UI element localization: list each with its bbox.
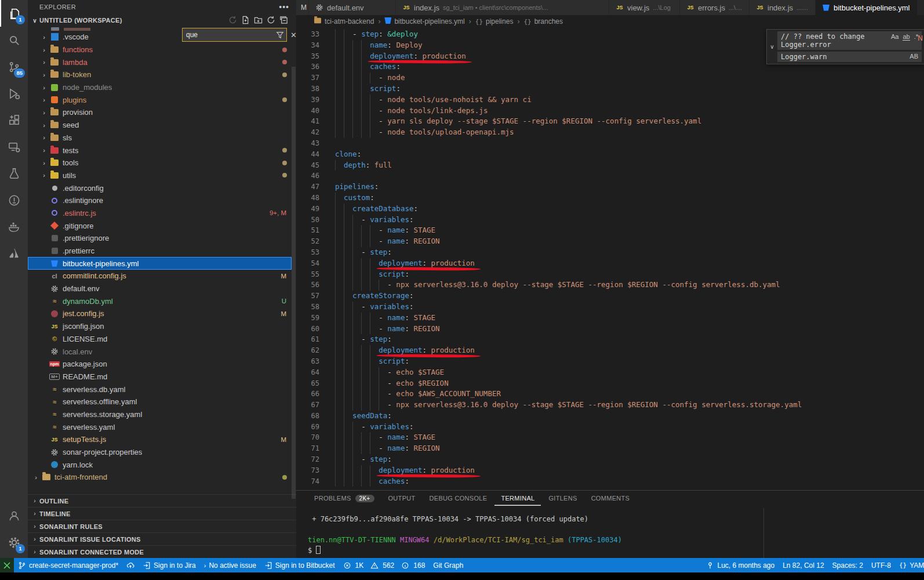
code-area[interactable]: 33 - step: &deploy34 name: Deploy35 depl…: [296, 28, 924, 487]
new-file-icon[interactable]: [241, 16, 250, 26]
tree-item-bitbucket-pipelines-yml[interactable]: bitbucket-pipelines.yml: [28, 257, 292, 270]
tab-index-js[interactable]: JSindex.js...\Admin: [750, 0, 816, 15]
tree-item-package-json[interactable]: npmpackage.json: [28, 358, 292, 371]
tree-item-readme-md[interactable]: M+README.md: [28, 371, 292, 383]
workspace-header[interactable]: ∨ UNTITLED (WORKSPACE): [28, 14, 296, 27]
testing-icon[interactable]: [0, 160, 28, 187]
statusbar-active-issue[interactable]: ›No active issue: [200, 558, 260, 572]
atlassian-icon[interactable]: [0, 240, 28, 267]
sidebar-scrollbar[interactable]: [292, 67, 296, 499]
panel-tab-problems[interactable]: PROBLEMS2K+: [308, 491, 381, 506]
filter-funnel-icon[interactable]: [276, 31, 284, 39]
account-icon[interactable]: [0, 502, 28, 529]
refresh-icon[interactable]: [228, 16, 237, 26]
tree-item-tools[interactable]: ›tools: [28, 157, 292, 169]
panel-tab-output[interactable]: OUTPUT: [382, 491, 422, 506]
tree-item-tests[interactable]: ›tests: [28, 144, 292, 157]
tree-item--prettierrc[interactable]: .prettierrc: [28, 245, 292, 258]
replace-input[interactable]: Logger.warn AB: [777, 52, 922, 62]
tree-item-license-md[interactable]: ©LICENSE.md: [28, 333, 292, 346]
tree-item-lib-token[interactable]: ›lib-token: [28, 68, 292, 81]
gitlens-icon[interactable]: [0, 187, 28, 213]
toggle-replace-chevron-icon[interactable]: ∨: [767, 30, 777, 64]
statusbar-problems[interactable]: 1K562168: [339, 558, 430, 572]
find-input[interactable]: // ?? need to change Aa ab .* Logger.err…: [777, 31, 922, 50]
source-control-icon[interactable]: 85: [0, 53, 28, 80]
docker-icon[interactable]: [0, 213, 28, 240]
tree-item--eslintignore[interactable]: .eslintignore: [28, 194, 292, 207]
explorer-icon[interactable]: 1: [0, 0, 28, 27]
statusbar-git-branch[interactable]: create-secret-manager-prod*: [14, 558, 122, 572]
tab-default-env[interactable]: default.env: [309, 0, 396, 15]
breadcrumb[interactable]: tci-atm-backend›bitbucket-pipelines.yml›…: [296, 15, 924, 28]
tree-item-commitlint-config-js[interactable]: clcommitlint.config.jsM: [28, 270, 292, 282]
collapse-all-icon[interactable]: [279, 16, 288, 26]
extensions-icon[interactable]: [0, 107, 28, 133]
tree-item-dynamodb-yml[interactable]: ≈dynamoDb.ymlU: [28, 295, 292, 307]
tab-view-js[interactable]: JSview.js...\Log: [609, 0, 680, 15]
settings-gear-icon[interactable]: 1: [0, 529, 28, 556]
statusbar-git-graph[interactable]: Git Graph: [429, 558, 467, 572]
statusbar-language-mode[interactable]: {}YAML: [895, 558, 924, 572]
tree-item-seed[interactable]: ›seed: [28, 119, 292, 132]
tree-item-setuptests-js[interactable]: JSsetupTests.jsM: [28, 433, 292, 446]
whole-word-icon[interactable]: ab: [903, 33, 910, 41]
statusbar-blame[interactable]: Luc, 6 months ago: [702, 558, 779, 572]
tree-item-plugins[interactable]: ›plugins: [28, 93, 292, 106]
filter-input[interactable]: [186, 31, 276, 39]
tree-item-default-env[interactable]: default.env: [28, 282, 292, 295]
tree-item--prettierignore[interactable]: .prettierignore: [28, 232, 292, 245]
remote-explorer-icon[interactable]: [0, 133, 28, 160]
run-debug-icon[interactable]: [0, 80, 28, 107]
more-actions-icon[interactable]: •••: [279, 2, 289, 12]
statusbar-encoding[interactable]: UTF-8: [867, 558, 895, 572]
tree-item-local-env[interactable]: local.env: [28, 345, 292, 358]
tree-item--gitignore[interactable]: .gitignore: [28, 219, 292, 232]
tree-item--eslintrc-js[interactable]: .eslintrc.js9+, M: [28, 207, 292, 220]
tab-errors-js[interactable]: JSerrors.js...\core: [680, 0, 750, 15]
match-case-icon[interactable]: Aa: [891, 33, 898, 41]
tree-item-tci-atm-frontend[interactable]: ›tci-atm-frontend: [28, 471, 292, 484]
breadcrumb-item-branches[interactable]: {}branches: [523, 17, 563, 26]
tree-item-yarn-lock[interactable]: yarn.lock: [28, 458, 292, 471]
statusbar-remote-indicator[interactable]: [0, 558, 14, 572]
statusbar-cursor-position[interactable]: Ln 82, Col 12: [779, 558, 828, 572]
tree-item-lambda[interactable]: ›lambda: [28, 56, 292, 68]
tree-item-jsconfig-json[interactable]: JSjsconfig.json: [28, 320, 292, 333]
tree-item-serverless-db-yaml[interactable]: ≈serverless.db.yaml: [28, 383, 292, 396]
sidebar-section-sonarlint-issue-locations[interactable]: ›SONARLINT ISSUE LOCATIONS: [28, 532, 296, 545]
tree-item-serverless-offline-yaml[interactable]: ≈serverless.offline.yaml: [28, 396, 292, 408]
panel-tab-debug-console[interactable]: DEBUG CONSOLE: [423, 491, 494, 506]
tab-bitbucket-pipelines-yml[interactable]: bitbucket-pipelines.yml: [816, 0, 918, 15]
panel-tab-terminal[interactable]: TERMINAL: [494, 491, 541, 506]
tree-item-sonar-project-properties[interactable]: sonar-project.properties: [28, 446, 292, 459]
panel-tab-gitlens[interactable]: GITLENS: [542, 491, 583, 506]
close-icon[interactable]: ✕: [290, 31, 297, 39]
panel-tab-comments[interactable]: COMMENTS: [585, 491, 636, 506]
statusbar-indentation[interactable]: Spaces: 2: [828, 558, 867, 572]
tree-item-provision[interactable]: ›provision: [28, 106, 292, 119]
editor[interactable]: 33 - step: &deploy34 name: Deploy35 depl…: [296, 28, 924, 490]
tree-item-utils[interactable]: ›utils: [28, 169, 292, 182]
refresh-icon[interactable]: [267, 16, 275, 26]
tree-item-serverless-yaml[interactable]: ≈serverless.yaml: [28, 420, 292, 433]
terminal[interactable]: + 76c239fb9...af290a8fe TPPAS-10034 -> T…: [296, 514, 924, 556]
breadcrumb-item-tci-atm-backend[interactable]: tci-atm-backend: [314, 17, 374, 26]
tree-item-functions[interactable]: ›functions: [28, 44, 292, 56]
sidebar-section-timeline[interactable]: ›TIMELINE: [28, 507, 296, 520]
statusbar-bitbucket-signin[interactable]: Sign in to Bitbucket: [260, 558, 339, 572]
sidebar-section-outline[interactable]: ›OUTLINE: [28, 494, 296, 507]
tree-item-sls[interactable]: ›sls: [28, 132, 292, 144]
statusbar-publish[interactable]: [122, 558, 139, 572]
preserve-case-icon[interactable]: AB: [910, 53, 918, 61]
sidebar-section-sonarlint-rules[interactable]: ›SONARLINT RULES: [28, 520, 296, 532]
sidebar-section-sonarlint-connected-mode[interactable]: ›SONARLINT CONNECTED MODE: [28, 545, 296, 558]
tree-item-jest-config-js[interactable]: jest.config.jsM: [28, 307, 292, 320]
breadcrumb-item-pipelines[interactable]: {}pipelines: [475, 17, 514, 26]
breadcrumb-item-bitbucket-pipelines-yml[interactable]: bitbucket-pipelines.yml: [384, 17, 464, 26]
tree-item--editorconfig[interactable]: .editorconfig: [28, 182, 292, 194]
statusbar-jira-signin[interactable]: Sign in to Jira: [139, 558, 200, 572]
new-folder-icon[interactable]: [254, 16, 263, 26]
tree-item-node-modules[interactable]: ›node_modules: [28, 81, 292, 94]
search-icon[interactable]: [0, 27, 28, 53]
